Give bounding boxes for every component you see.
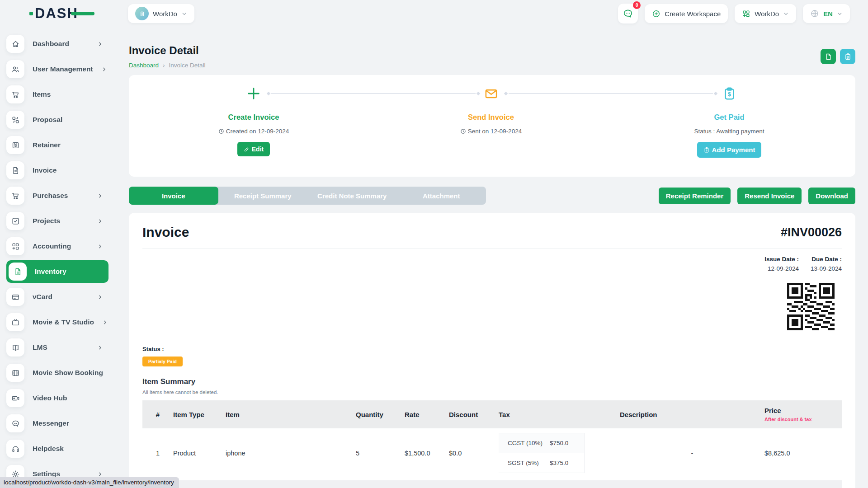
item-table: # Item Type Item Quantity Rate Discount … <box>142 400 842 488</box>
film-icon <box>6 364 24 382</box>
invoice-progress-card: Create Invoice Created on 12-09-2024 Edi… <box>129 75 855 177</box>
chevron-right-icon <box>97 294 103 300</box>
corner-actions <box>821 49 855 64</box>
check-square-icon <box>6 212 24 230</box>
duplicate-invoice-button[interactable] <box>821 49 836 64</box>
qr-code <box>787 283 835 330</box>
sidebar-item-movie-show-booking[interactable]: Movie Show Booking <box>6 364 108 382</box>
cart-icon <box>6 187 24 205</box>
workspace-switcher[interactable]: WorkDo <box>128 4 194 23</box>
price-subheader: After discount & tax <box>764 417 842 422</box>
item-summary-title: Item Summary <box>142 377 842 386</box>
status-badge: Partialy Paid <box>142 357 183 366</box>
language-label: EN <box>823 10 833 18</box>
chevron-right-icon <box>97 471 103 477</box>
proposal-icon <box>6 111 24 129</box>
breadcrumb: Dashboard › Invoice Detail <box>129 62 206 69</box>
sidebar-item-user-management[interactable]: User Management <box>6 60 108 78</box>
tax-amount: $375.0 <box>550 460 584 466</box>
sidebar-item-items[interactable]: Items <box>6 85 108 103</box>
status-block: Status : Partialy Paid <box>142 346 842 366</box>
tab-credit-note-summary[interactable]: Credit Note Summary <box>307 187 397 205</box>
cell-discount: $0.0 <box>449 450 499 457</box>
invoice-heading: Invoice <box>142 225 189 240</box>
sidebar-item-label: LMS <box>33 343 47 352</box>
status-label: Status : <box>142 346 842 352</box>
col-header: Tax <box>499 411 620 418</box>
table-header-row: # Item Type Item Quantity Rate Discount … <box>142 400 842 428</box>
sidebar-item-purchases[interactable]: Purchases <box>6 187 108 205</box>
chat-icon <box>623 8 633 19</box>
col-header: Discount <box>449 411 499 418</box>
col-header: Item <box>226 411 356 418</box>
video-icon <box>6 389 24 407</box>
sidebar-item-label: Purchases <box>33 192 68 200</box>
sidebar-item-messenger[interactable]: Messenger <box>6 414 108 432</box>
download-button[interactable]: Download <box>808 188 855 204</box>
step-subtitle: Status : Awaiting payment <box>661 128 797 135</box>
messages-button[interactable]: 0 <box>618 4 638 23</box>
sidebar-item-invoice[interactable]: Invoice <box>6 161 108 179</box>
clock-icon <box>218 128 224 134</box>
sidebar: DashboardUser ManagementItemsProposalRet… <box>0 27 113 488</box>
sidebar-item-label: Movie Show Booking <box>33 369 103 377</box>
cell-item-type: Product <box>173 450 226 457</box>
sidebar-item-dashboard[interactable]: Dashboard <box>6 35 108 53</box>
app-logo[interactable]: DASH <box>29 5 128 22</box>
sidebar-item-proposal[interactable]: Proposal <box>6 111 108 129</box>
sidebar-item-inventory[interactable]: Inventory <box>6 260 108 283</box>
copy-link-button[interactable] <box>840 49 855 64</box>
sidebar-item-label: Proposal <box>33 116 62 124</box>
resend-invoice-button[interactable]: Resend Invoice <box>737 188 802 204</box>
language-selector[interactable]: EN <box>803 4 850 23</box>
due-date-block: Due Date : 13-09-2024 <box>811 256 842 272</box>
chevron-right-icon <box>111 370 113 376</box>
item-summary-note: All items here cannot be deleted. <box>142 389 842 395</box>
clipboard-dollar-icon: $ <box>661 85 797 102</box>
breadcrumb-dashboard-link[interactable]: Dashboard <box>129 62 159 69</box>
sidebar-item-accounting[interactable]: Accounting <box>6 237 108 255</box>
tv-icon <box>6 313 24 331</box>
sidebar-item-projects[interactable]: Projects <box>6 212 108 230</box>
message-icon <box>6 414 24 432</box>
tax-name: SGST (5%) <box>508 460 550 466</box>
cell-rate: $1,500.0 <box>405 450 449 457</box>
svg-text:$: $ <box>728 91 731 98</box>
credit-card-icon <box>6 288 24 306</box>
users-icon <box>6 60 24 78</box>
tab-attachment[interactable]: Attachment <box>397 187 486 205</box>
edit-invoice-button[interactable]: Edit <box>237 142 270 156</box>
tab-invoice[interactable]: Invoice <box>129 187 218 205</box>
add-payment-button[interactable]: $ Add Payment <box>697 142 762 158</box>
issue-date-label: Issue Date : <box>764 256 799 263</box>
tab-receipt-summary[interactable]: Receipt Summary <box>218 187 308 205</box>
headphones-icon <box>6 440 24 458</box>
chevron-right-icon <box>97 41 103 47</box>
cell-index: 1 <box>142 450 173 457</box>
sidebar-item-helpdesk[interactable]: Helpdesk <box>6 440 108 458</box>
sidebar-item-label: Accounting <box>33 242 71 250</box>
tax-name: CGST (10%) <box>508 440 550 446</box>
col-header: Description <box>620 411 764 418</box>
invoice-number: #INV00026 <box>781 225 842 239</box>
create-workspace-button[interactable]: Create Workspace <box>645 4 728 23</box>
sidebar-item-label: Messenger <box>33 419 69 427</box>
sidebar-item-movie-tv-studio[interactable]: Movie & TV Studio <box>6 313 108 331</box>
divider <box>142 248 842 249</box>
sidebar-item-label: Video Hub <box>33 394 67 402</box>
qr-row <box>142 283 842 330</box>
tab-bar: InvoiceReceipt SummaryCredit Note Summar… <box>129 187 486 205</box>
sidebar-item-retainer[interactable]: Retainer <box>6 136 108 154</box>
receipt-reminder-button[interactable]: Receipt Reminder <box>659 188 731 204</box>
messages-count-badge: 0 <box>633 1 641 9</box>
breadcrumb-current: Invoice Detail <box>169 62 206 69</box>
step-subtitle: Created on 12-09-2024 <box>186 128 321 135</box>
invoice-dates: Issue Date : 12-09-2024 Due Date : 13-09… <box>142 256 842 272</box>
tax-subtable: CGST (10%) $750.0 SGST (5%) $375.0 <box>499 433 585 473</box>
workdo-menu-button[interactable]: WorkDo <box>735 4 796 23</box>
sidebar-item-lms[interactable]: LMS <box>6 338 108 357</box>
sidebar-item-label: Dashboard <box>33 40 69 48</box>
sidebar-item-vcard[interactable]: vCard <box>6 288 108 306</box>
file-icon <box>825 53 832 61</box>
sidebar-item-video-hub[interactable]: Video Hub <box>6 389 108 407</box>
